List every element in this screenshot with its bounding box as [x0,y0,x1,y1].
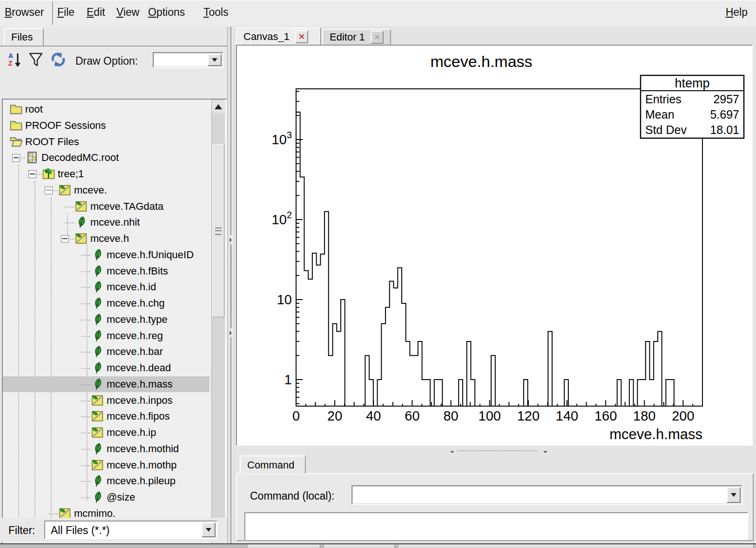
tree-connector [81,465,90,466]
tree-item-label: mceve.h.mothp [107,459,176,471]
tree-item-mceve.h[interactable]: mceve.h [3,231,209,247]
tree-item-label: mceve.h.mothid [107,443,179,455]
vertical-splitter[interactable]: › › [227,27,236,543]
tree-item-mceve.h.ip[interactable]: mceve.h.ip [3,425,209,441]
tree-connector [48,514,58,515]
x-tick-label: 120 [517,408,540,423]
browser-toolbar: A Z Draw Option: [0,46,227,100]
tree-item-mceve.TAGdata[interactable]: mceve.TAGdata [3,199,209,214]
splitter-handle[interactable] [458,450,537,451]
tree-item-root[interactable]: root [3,101,209,117]
tree-item-mceve.h.bar[interactable]: mceve.h.bar [3,344,209,360]
root-canvas[interactable]: mceve.h.mass020406080100120140160180200m… [236,45,753,446]
draw-option-combobox[interactable] [153,52,223,68]
tree-item-mceve.h.dead[interactable]: mceve.h.dead [3,360,209,376]
tree-item-mceve.h.pileup[interactable]: mceve.h.pileup [3,473,209,489]
collapse-expander-icon[interactable] [28,170,36,178]
stats-label: Std Dev [645,123,687,136]
collapse-expander-icon[interactable] [45,187,53,194]
tree-item-label: mceve.h.fBits [107,265,168,277]
menu-options[interactable]: Options [148,6,185,19]
stats-title: htemp [675,76,709,90]
collapse-expander-icon[interactable] [61,235,69,243]
leaf-icon [91,313,104,326]
stats-label: Mean [645,108,675,121]
tree-item-mceve.h.mothp[interactable]: mceve.h.mothp [3,457,209,473]
scroll-up-button[interactable] [212,100,225,113]
tree-item-mceve.h.reg[interactable]: mceve.h.reg [3,328,209,344]
x-tick-label: 20 [327,408,342,423]
tree-item-mceve.h.fipos[interactable]: mceve.h.fipos [3,408,209,424]
refresh-icon[interactable] [50,52,66,67]
filter-value: All Files (*.*) [51,524,110,537]
menu-browser[interactable]: Browser [5,6,44,19]
menu-view[interactable]: View [116,6,139,19]
tree-item-mceve.h.fUniqueID[interactable]: mceve.h.fUniqueID [3,247,209,263]
splitter-handle[interactable] [231,246,232,333]
tree-connector [81,303,90,304]
menu-file[interactable]: File [57,6,74,19]
tree-item-mceve.h.id[interactable]: mceve.h.id [3,279,209,295]
tree-item-label: mceve.h.bar [107,346,163,358]
leaf-icon [91,297,104,309]
histogram-line [296,112,702,406]
filter-dropdown-button[interactable] [202,522,216,537]
draw-option-dropdown-button[interactable] [208,54,222,66]
menu-tools[interactable]: Tools [203,6,229,19]
splitter-collapse-right-icon[interactable]: › [229,328,232,337]
tree-connector [81,433,90,434]
tree-item-mceve.h.inpos[interactable]: mceve.h.inpos [3,393,209,408]
close-canvas-button[interactable]: ✕ [295,30,308,43]
command-panel: Command (local): [236,473,754,541]
collapse-expander-icon[interactable] [12,154,20,162]
tree-item-ROOT Files[interactable]: ROOT Files [3,134,209,150]
sort-az-icon[interactable]: A Z [7,52,23,67]
menu-help[interactable]: Help [726,6,748,19]
canvas-panel: Canvas_1 ✕ Editor 1 ✕ mceve.h.mass020406… [235,27,756,548]
tree-item-PROOF Sessions[interactable]: PROOF Sessions [3,118,209,134]
tab-command[interactable]: Command [240,455,306,474]
tree-item-mceve.h.type[interactable]: mceve.h.type [3,312,209,327]
file-browser-panel: Files A Z Draw Option: rootPROOF Session… [0,27,227,543]
tree-item-mceve.h.mothid[interactable]: mceve.h.mothid [3,441,209,457]
menu-divider [52,1,54,25]
x-tick-label: 60 [405,408,419,423]
scrollbar-thumb[interactable] [212,144,224,317]
tree-item-@size[interactable]: @size [3,489,209,505]
command-output-area[interactable] [244,512,748,540]
tree-item-tree;1[interactable]: tree;1 [3,166,209,182]
filter-funnel-icon[interactable] [28,52,44,67]
x-tick-label: 100 [479,408,501,423]
tab-files[interactable]: Files [4,28,44,46]
file-tree[interactable]: rootPROOF SessionsROOT FilesDecodedMC.ro… [2,99,227,546]
tree-item-label: mceve.h [90,233,129,245]
tree-item-mceve.h.chg[interactable]: mceve.h.chg [3,295,209,311]
tree-item-mceve.nhit[interactable]: mceve.nhit [3,214,209,230]
tree-item-label: mceve.h.dead [107,362,171,374]
tree-connector [81,271,90,272]
splitter-collapse-down-icon[interactable]: ⌄ [449,446,455,454]
tree-scrollbar[interactable] [211,100,225,545]
tab-editor-1[interactable]: Editor 1 ✕ [322,29,391,45]
branch-icon [91,410,104,422]
horizontal-splitter[interactable]: ⌄ ⌄ [235,446,756,455]
splitter-collapse-right-icon[interactable]: › [229,235,232,244]
tree-item-DecodedMC.root[interactable]: DecodedMC.root [3,150,209,166]
tree-item-label: mceve. [74,184,107,196]
tree-item-mceve.h.fBits[interactable]: mceve.h.fBits [3,263,209,279]
tree-item-mceve.[interactable]: mceve. [3,182,209,198]
tree-connector [81,336,90,337]
tab-canvas-1[interactable]: Canvas_1 ✕ [236,27,321,45]
splitter-collapse-down-icon[interactable]: ⌄ [542,446,548,454]
svg-text:A: A [8,52,13,60]
menu-edit[interactable]: Edit [87,6,105,19]
tree-item-label: mceve.h.type [107,314,168,326]
filter-combobox[interactable]: All Files (*.*) [44,521,217,539]
tree-item-mceve.h.mass[interactable]: mceve.h.mass [3,376,209,392]
tree-icon [42,167,55,180]
tree-item-label: mceve.nhit [90,216,140,228]
command-input-combobox[interactable] [351,485,742,505]
x-tick-label: 140 [556,408,578,423]
command-history-dropdown-button[interactable] [727,487,741,503]
branch-icon [91,394,104,407]
